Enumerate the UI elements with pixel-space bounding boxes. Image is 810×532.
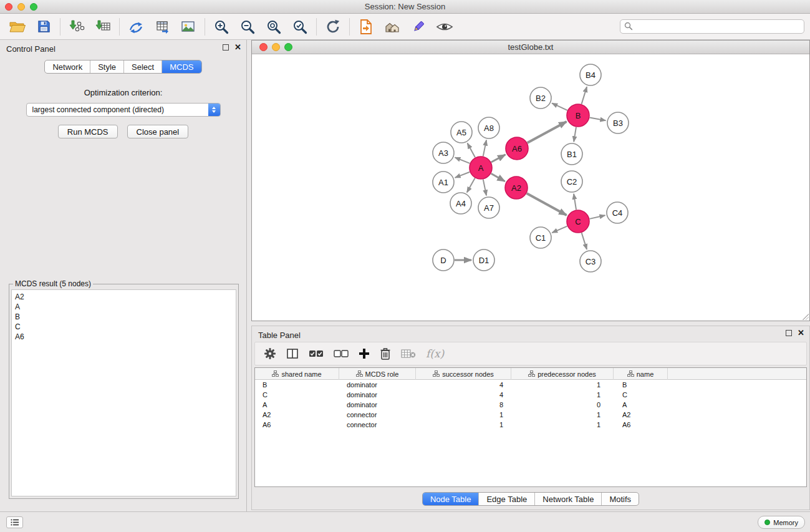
node-C4[interactable]: C4 [607,202,628,223]
result-item[interactable]: A [15,302,233,312]
result-item[interactable]: B [15,312,233,322]
save-session-icon[interactable] [34,17,54,37]
run-mcds-button[interactable]: Run MCDS [58,125,118,138]
node-A[interactable]: A [470,157,492,179]
refresh-layout-icon[interactable] [323,17,343,37]
node-D1[interactable]: D1 [473,249,494,271]
edge-A-A2[interactable] [491,173,505,181]
edge-C-C2[interactable] [574,194,576,210]
wizard-icon[interactable] [408,17,428,37]
column-header-name[interactable]: name [614,368,668,380]
node-B2[interactable]: B2 [530,87,551,109]
result-item[interactable]: A6 [15,332,233,342]
zoom-in-icon[interactable] [211,17,231,37]
result-item[interactable]: C [15,322,233,332]
column-header-successor-nodes[interactable]: successor nodes [416,368,511,380]
close-panel-button[interactable]: Close panel [127,125,189,138]
edge-A-A5[interactable] [468,143,475,158]
edge-B-B1[interactable] [574,127,576,142]
home-icon[interactable] [382,17,402,37]
select-all-icon[interactable] [309,345,324,362]
open-session-icon[interactable] [7,17,27,37]
close-panel-icon[interactable]: ✕ [234,44,241,51]
close-table-panel-icon[interactable]: ✕ [798,329,804,337]
edge-C-C3[interactable] [582,233,587,249]
columns-icon[interactable] [286,345,299,362]
trash-icon[interactable] [380,345,391,362]
edge-C-C4[interactable] [590,215,605,219]
result-item[interactable]: A2 [15,292,233,302]
node-A2[interactable]: A2 [505,177,528,199]
edge-A-A1[interactable] [455,172,470,178]
table-row[interactable]: Bdominator41B [255,380,806,390]
table-row[interactable]: Adominator80A [255,400,806,410]
search-input[interactable] [620,19,804,34]
criterion-select[interactable]: largest connected component (directed) [26,103,221,117]
gear-icon[interactable] [264,345,276,362]
zoom-out-icon[interactable] [238,17,258,37]
node-B3[interactable]: B3 [607,112,629,133]
tab-node-table[interactable]: Node Table [423,493,479,505]
edge-A-A7[interactable] [483,180,486,196]
column-header-predecessor-nodes[interactable]: predecessor nodes [511,368,614,380]
node-B4[interactable]: B4 [580,64,601,85]
node-C3[interactable]: C3 [580,251,601,272]
edge-B-B2[interactable] [552,103,567,110]
tab-motifs[interactable]: Motifs [601,493,639,505]
tab-network-table[interactable]: Network Table [534,493,601,505]
zoom-fit-icon[interactable] [264,17,284,37]
memory-button[interactable]: Memory [758,516,805,529]
edge-A-A3[interactable] [455,157,470,163]
tab-network[interactable]: Network [45,60,90,73]
float-table-panel-icon[interactable] [786,330,792,336]
network-canvas[interactable]: AA1A2A3A4A5A6A7A8BB1B2B3B4CC1C2C3C4DD1 [252,54,809,321]
export-table-icon[interactable] [152,17,172,37]
open-recent-session-icon[interactable] [356,17,376,37]
node-A6[interactable]: A6 [506,137,528,160]
show-hide-icon[interactable] [435,17,455,37]
edge-B-B3[interactable] [590,118,606,121]
tab-select[interactable]: Select [123,60,162,73]
node-C2[interactable]: C2 [561,171,582,192]
edge-B-B4[interactable] [582,87,587,104]
table-row[interactable]: A6connector11A6 [255,420,806,430]
zoom-selected-icon[interactable] [290,17,310,37]
edge-A2-C[interactable] [527,193,567,215]
export-network-icon[interactable] [126,17,146,37]
column-header-mcds-role[interactable]: MCDS role [339,368,416,380]
node-A4[interactable]: A4 [450,193,471,214]
node-A7[interactable]: A7 [478,197,499,218]
show-panels-button[interactable] [6,516,23,528]
table-row[interactable]: Cdominator41C [255,390,806,400]
edge-A-A6[interactable] [491,155,506,162]
edge-A-A8[interactable] [483,140,486,157]
resize-grip[interactable] [803,314,809,320]
node-C[interactable]: C [567,210,589,233]
float-panel-icon[interactable] [223,44,229,51]
deselect-all-icon[interactable] [334,345,349,362]
mcds-result-list[interactable]: A2ABCA6 [11,289,236,496]
node-A1[interactable]: A1 [433,172,454,193]
node-A8[interactable]: A8 [478,117,499,138]
column-header-shared-name[interactable]: shared name [255,368,339,380]
node-B[interactable]: B [567,104,589,127]
import-table-icon[interactable] [93,17,113,37]
table-row[interactable]: A2connector11A2 [255,410,806,420]
add-icon[interactable] [359,345,370,362]
network-window-titlebar[interactable]: testGlobe.txt [252,41,809,54]
export-image-icon[interactable] [178,17,198,37]
node-A3[interactable]: A3 [433,142,454,163]
edge-A6-B[interactable] [528,122,567,143]
edge-A-A4[interactable] [467,178,475,193]
import-network-icon[interactable] [67,17,87,37]
node-B1[interactable]: B1 [561,143,582,165]
edge-C-C1[interactable] [552,226,567,233]
function-builder-icon[interactable]: f(x) [426,347,444,360]
node-A5[interactable]: A5 [451,122,472,143]
tab-style[interactable]: Style [90,60,123,73]
delete-table-icon[interactable] [401,345,416,362]
tab-edge-table[interactable]: Edge Table [478,493,534,505]
node-C1[interactable]: C1 [530,227,551,248]
tab-mcds[interactable]: MCDS [162,60,201,73]
node-D[interactable]: D [433,249,454,271]
